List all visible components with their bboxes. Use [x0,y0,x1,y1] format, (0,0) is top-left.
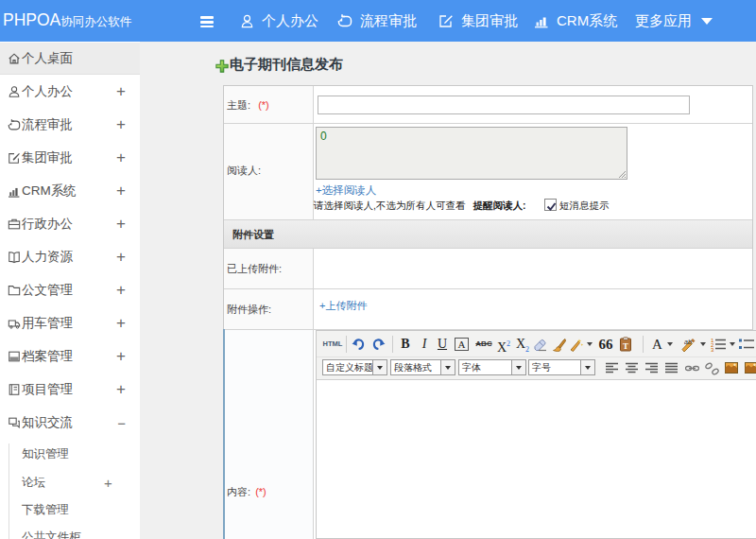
svg-text:3: 3 [711,347,714,352]
svg-text:T: T [623,341,628,351]
svg-text:ab: ab [684,339,692,345]
